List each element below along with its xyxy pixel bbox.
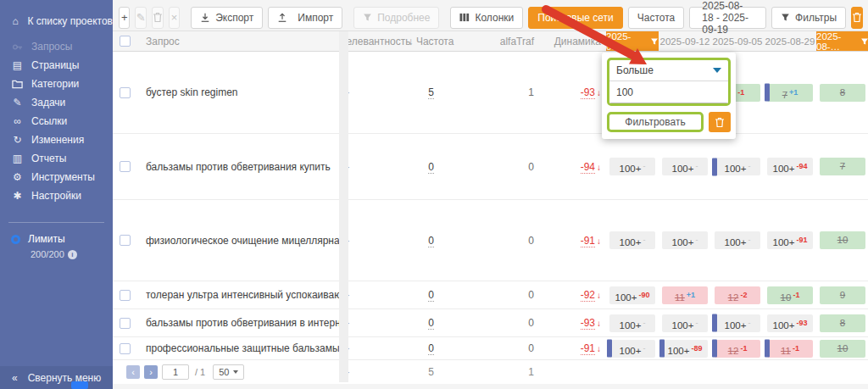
export-button[interactable]: Экспорт	[191, 7, 263, 29]
columns-button[interactable]: Колонки	[450, 7, 523, 29]
dynamics-value[interactable]: -91	[581, 235, 595, 247]
info-icon[interactable]: i	[68, 250, 77, 259]
query-text[interactable]: бустер skin regimen	[146, 86, 238, 98]
import-icon	[277, 13, 287, 23]
dynamics-value[interactable]: -93	[581, 317, 595, 330]
row-checkbox[interactable]	[120, 290, 131, 301]
dynamics-value[interactable]: -91	[581, 342, 595, 355]
sidebar-item-pages[interactable]: ▤Страницы	[0, 56, 113, 75]
filters-button[interactable]: Фильтры	[771, 7, 846, 29]
column-filter-icon[interactable]	[860, 34, 868, 49]
page-number-input[interactable]	[162, 364, 189, 380]
position-value: 100+	[672, 237, 694, 247]
clear-filters-button[interactable]	[851, 7, 863, 29]
dynamics-value[interactable]: -92	[581, 289, 595, 302]
details-button[interactable]: Подробнее	[353, 7, 439, 29]
sidebar-item-queries[interactable]: Запросы	[0, 37, 113, 56]
dynamics-value[interactable]: -93	[581, 86, 595, 99]
date-column-header[interactable]: 2025-08-…	[816, 31, 868, 51]
date-column-header[interactable]: 2025-09-…	[606, 31, 659, 51]
position-value: 100+	[668, 346, 690, 356]
sidebar-item-tools[interactable]: ⚙Инструменты	[0, 168, 113, 186]
query-text[interactable]: профессиональные защитные бальзамы для л…	[146, 342, 339, 354]
position-change-bar	[765, 340, 770, 358]
position-value: 100+	[672, 164, 694, 174]
position-cell: 100+-89	[659, 337, 711, 359]
sidebar-item-categories[interactable]: Категории	[0, 75, 113, 93]
next-page-button[interactable]: ›	[144, 365, 158, 379]
position-delta: -2	[740, 291, 747, 299]
query-text[interactable]: толеран ультра интенсивный успокаивающий…	[146, 289, 339, 301]
edit-button[interactable]: ✎	[135, 7, 146, 29]
dynamics-value[interactable]: -94	[581, 161, 595, 174]
frequency-value[interactable]: 0	[428, 161, 434, 174]
position-delta: -94	[796, 162, 807, 170]
queries-table: Запрос Релевантность ↓ Частота alfaTraf …	[113, 31, 868, 383]
frequency-value[interactable]: 0	[428, 317, 434, 330]
row-checkbox[interactable]	[120, 235, 131, 246]
query-text[interactable]: физиологическое очищение мицеллярная вод…	[146, 235, 339, 247]
frequency-value[interactable]: 0	[428, 235, 434, 247]
delete-button[interactable]	[152, 7, 164, 29]
position-pill: 100+-	[609, 314, 655, 332]
search-networks-button[interactable]: Поисковые сети	[528, 7, 623, 29]
limits-value: 200/200	[31, 249, 64, 259]
position-delta: -	[695, 319, 698, 327]
table-row: бальзамы против обветривания в интернет …	[113, 309, 868, 337]
position-delta: -	[643, 236, 645, 244]
frequency-button[interactable]: Частота	[628, 7, 684, 29]
import-button[interactable]: Импорт	[268, 7, 342, 29]
prev-page-button[interactable]: ‹	[126, 365, 140, 379]
position-cell: 10	[816, 337, 868, 359]
query-column-header[interactable]: Запрос	[146, 36, 180, 47]
collapse-menu-button[interactable]: « Свернуть меню	[0, 366, 113, 389]
position-delta: -	[643, 162, 645, 170]
column-filter-icon[interactable]	[650, 34, 659, 49]
filter-condition-select[interactable]: Больше	[609, 60, 728, 81]
position-pill: 100+-	[715, 231, 760, 249]
select-all-checkbox[interactable]	[120, 36, 131, 47]
add-query-button[interactable]: +	[119, 7, 130, 29]
frequency-value[interactable]: 0	[428, 289, 434, 302]
position-delta: -1	[737, 88, 744, 97]
frequency-column-header[interactable]: ↓ Частота	[404, 36, 458, 47]
ungroup-button[interactable]: ×	[169, 7, 180, 29]
sidebar-item-tasks[interactable]: ✎Задачи	[0, 93, 113, 112]
apply-filter-button[interactable]: Фильтровать	[607, 112, 704, 132]
position-cell: 10-1	[764, 281, 816, 308]
dynamics-column-header[interactable]: Динамика	[542, 36, 601, 47]
date-column-header[interactable]: 2025-08-29	[764, 31, 816, 51]
sidebar-item-reports[interactable]: ▥Отчеты	[0, 149, 113, 168]
position-value: 100+	[725, 320, 747, 331]
sidebar-item-projects[interactable]: ⌂К списку проектов	[0, 10, 113, 32]
position-cell: 100+-	[659, 134, 711, 199]
sidebar-item-changes[interactable]: ↻Изменения	[0, 131, 113, 149]
table-row: физиологическое очищение мицеллярная вод…	[113, 200, 868, 281]
frequency-value[interactable]: 5	[428, 86, 434, 99]
query-text[interactable]: бальзамы против обветривания купить	[146, 161, 331, 173]
position-delta: -	[643, 344, 645, 353]
position-pill: 10	[820, 231, 865, 249]
trash-icon	[715, 117, 725, 128]
row-checkbox[interactable]	[120, 343, 131, 354]
relevance-column-header[interactable]: Релевантность	[340, 36, 411, 47]
position-value: 11	[675, 292, 685, 303]
position-change-bar	[712, 340, 717, 358]
frequency-value[interactable]: 0	[428, 342, 434, 355]
row-checkbox[interactable]	[120, 161, 131, 172]
alfatraf-column-header[interactable]: alfaTraf	[458, 36, 542, 47]
folder-icon	[11, 79, 24, 89]
page-size-select[interactable]: 50	[213, 364, 244, 380]
sidebar-item-links[interactable]: ∞Ссылки	[0, 112, 113, 131]
remove-filter-button[interactable]	[709, 112, 731, 132]
date-range-picker[interactable]: 2025-08-18 - 2025-09-19	[689, 7, 766, 29]
table-footer-row: ‹ › / 1 50 - - 5 1	[113, 360, 868, 384]
sidebar-item-settings[interactable]: ✱Настройки	[0, 186, 113, 205]
row-checkbox[interactable]	[120, 318, 131, 329]
position-cell: 100+-	[606, 309, 659, 336]
query-text[interactable]: бальзамы против обветривания в интернет …	[146, 317, 339, 329]
frequency-button-label: Частота	[637, 12, 675, 24]
filter-value-input[interactable]	[609, 81, 728, 103]
columns-label: Колонки	[475, 12, 514, 24]
row-checkbox[interactable]	[120, 87, 131, 98]
